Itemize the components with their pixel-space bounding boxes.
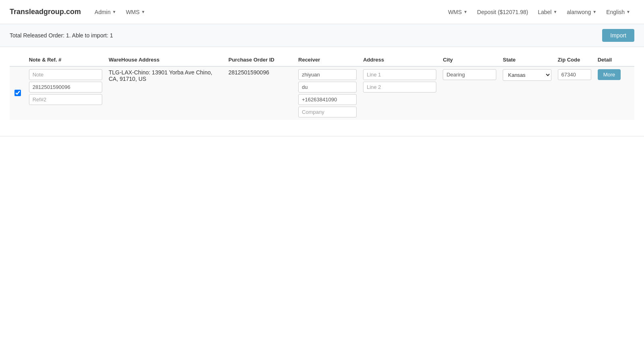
- purchase-order-text: 2812501590096: [228, 69, 269, 76]
- receiver-lastname-input[interactable]: [298, 82, 357, 93]
- bottom-divider: [0, 136, 644, 136]
- zip-input[interactable]: [558, 69, 591, 80]
- more-button[interactable]: More: [598, 69, 621, 80]
- nav-wms-right[interactable]: WMS ▼: [444, 6, 471, 18]
- address-line2-input[interactable]: [363, 82, 436, 93]
- row-checkbox-cell: [10, 66, 26, 120]
- nav-user[interactable]: alanwong ▼: [563, 6, 601, 18]
- table-body: TLG-LAX-Chino: 13901 Yorba Ave Chino, CA…: [10, 66, 634, 120]
- row-checkbox[interactable]: [14, 90, 21, 96]
- receiver-cell: [295, 66, 360, 120]
- city-input[interactable]: [443, 69, 496, 80]
- address-line1-input[interactable]: [363, 69, 436, 80]
- nav-admin[interactable]: Admin ▼: [91, 6, 120, 18]
- state-cell: AlabamaAlaskaArizonaArkansasCaliforniaCo…: [500, 66, 554, 120]
- table-container: Note & Ref. # WareHouse Address Purchase…: [0, 47, 644, 126]
- status-text: Total Released Order: 1. Able to import:…: [10, 32, 113, 39]
- receiver-name-input[interactable]: [298, 69, 357, 80]
- import-button[interactable]: Import: [602, 29, 634, 42]
- warehouse-address-text: TLG-LAX-Chino: 13901 Yorba Ave Chino, CA…: [109, 69, 212, 82]
- address-cell: [360, 66, 440, 120]
- col-header-address: Address: [360, 53, 440, 66]
- user-dropdown-arrow: ▼: [592, 10, 597, 14]
- nav-left: Admin ▼ WMS ▼: [91, 6, 149, 18]
- zip-cell: [555, 66, 594, 120]
- nav-language[interactable]: English ▼: [602, 6, 634, 18]
- wms-right-dropdown-arrow: ▼: [463, 10, 467, 14]
- label-dropdown-arrow: ▼: [553, 10, 557, 14]
- col-header-po: Purchase Order ID: [225, 53, 295, 66]
- language-dropdown-arrow: ▼: [626, 10, 630, 14]
- navbar: Transleadgroup.com Admin ▼ WMS ▼ WMS ▼ D…: [0, 0, 644, 24]
- state-select[interactable]: AlabamaAlaskaArizonaArkansasCaliforniaCo…: [503, 69, 551, 81]
- nav-label[interactable]: Label ▼: [534, 6, 561, 18]
- col-header-state: State: [500, 53, 554, 66]
- ref2-input[interactable]: [29, 94, 102, 105]
- nav-right: WMS ▼ Deposit ($12071.98) Label ▼ alanwo…: [444, 6, 634, 18]
- deposit-display: Deposit ($12071.98): [473, 6, 532, 18]
- detail-cell: More: [594, 66, 634, 120]
- city-cell: [440, 66, 500, 120]
- table-header: Note & Ref. # WareHouse Address Purchase…: [10, 53, 634, 66]
- status-bar: Total Released Order: 1. Able to import:…: [0, 24, 644, 47]
- col-header-city: City: [440, 53, 500, 66]
- receiver-company-input[interactable]: [298, 107, 357, 117]
- note-input[interactable]: [29, 69, 102, 80]
- col-header-zip: Zip Code: [555, 53, 594, 66]
- admin-dropdown-arrow: ▼: [112, 10, 116, 14]
- col-header-detail: Detail: [594, 53, 634, 66]
- warehouse-address-cell: TLG-LAX-Chino: 13901 Yorba Ave Chino, CA…: [105, 66, 225, 120]
- nav-wms-left[interactable]: WMS ▼: [122, 6, 149, 18]
- col-header-receiver: Receiver: [295, 53, 360, 66]
- brand-logo: Transleadgroup.com: [10, 8, 81, 16]
- col-header-check: [10, 53, 26, 66]
- receiver-phone-input[interactable]: [298, 94, 357, 105]
- col-header-warehouse: WareHouse Address: [105, 53, 225, 66]
- note-ref-cell: [26, 66, 105, 120]
- ref-input[interactable]: [29, 82, 102, 93]
- col-header-note-ref: Note & Ref. #: [26, 53, 105, 66]
- purchase-order-cell: 2812501590096: [225, 66, 295, 120]
- orders-table: Note & Ref. # WareHouse Address Purchase…: [10, 53, 634, 120]
- table-row: TLG-LAX-Chino: 13901 Yorba Ave Chino, CA…: [10, 66, 634, 120]
- wms-left-dropdown-arrow: ▼: [141, 10, 145, 14]
